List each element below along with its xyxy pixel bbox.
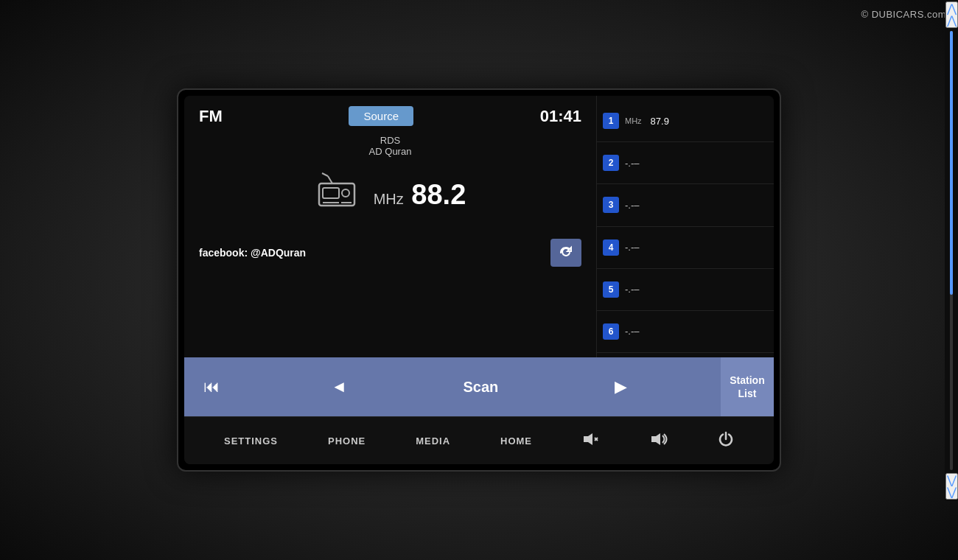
prev-button[interactable]: ◄ xyxy=(324,373,354,401)
power-icon xyxy=(718,431,734,447)
station-item-4[interactable]: 4 -.-– xyxy=(597,227,774,269)
station-freq-2: -.-– xyxy=(625,158,768,169)
rds-info: RDS AD Quran xyxy=(199,135,581,157)
watermark: © DUBICARS.com xyxy=(861,9,946,20)
station-freq-3: -.-– xyxy=(625,200,768,211)
station-num-2: 2 xyxy=(603,155,619,171)
power-button[interactable] xyxy=(709,425,743,457)
top-bar: FM Source 01:41 xyxy=(199,106,581,126)
controls-bar: ⏮ ◄ Scan ▶ ⏭ StationList xyxy=(184,357,774,416)
rds-station-name: AD Quran xyxy=(199,146,581,157)
refresh-button[interactable] xyxy=(550,239,581,267)
station-num-6: 6 xyxy=(603,323,619,340)
rds-label: RDS xyxy=(199,135,581,146)
settings-button[interactable]: SETTINGS xyxy=(215,430,287,452)
station-item-6[interactable]: 6 -.-– xyxy=(597,311,774,353)
station-num-1: 1 xyxy=(603,113,619,129)
station-num-5: 5 xyxy=(603,281,619,298)
screen-bezel: FM Source 01:41 RDS AD Quran xyxy=(177,88,781,472)
svg-marker-10 xyxy=(651,433,660,445)
phone-button[interactable]: PHONE xyxy=(319,430,374,452)
radio-icon xyxy=(315,170,359,220)
station-item-1[interactable]: 1 MHz 87.9 xyxy=(597,100,774,142)
volume-down-icon xyxy=(582,433,600,446)
station-num-4: 4 xyxy=(603,239,619,256)
time-display: 01:41 xyxy=(540,107,581,126)
station-item-5[interactable]: 5 -.-– xyxy=(597,269,774,311)
station-list: 1 MHz 87.9 2 -.-– 3 -.-– xyxy=(597,96,774,357)
station-item-2[interactable]: 2 -.-– xyxy=(597,142,774,184)
right-panel: 1 MHz 87.9 2 -.-– 3 -.-– xyxy=(597,96,774,357)
main-area: FM Source 01:41 RDS AD Quran xyxy=(184,96,774,357)
mhz-label: MHz xyxy=(374,191,404,207)
station-freq-6: -.-– xyxy=(625,326,768,337)
station-mhz-1: MHz xyxy=(625,116,642,125)
screen: FM Source 01:41 RDS AD Quran xyxy=(184,96,774,464)
volume-up-button[interactable] xyxy=(641,427,676,455)
skip-back-button[interactable]: ⏮ xyxy=(196,373,227,401)
social-section: facebook: @ADQuran xyxy=(199,239,581,267)
station-num-3: 3 xyxy=(603,197,619,213)
left-panel: FM Source 01:41 RDS AD Quran xyxy=(184,96,597,357)
station-list-button[interactable]: StationList xyxy=(721,357,774,416)
frequency-display: MHz 88.2 xyxy=(374,179,466,211)
hardware-bar: SETTINGS PHONE MEDIA HOME xyxy=(184,416,774,464)
car-surround: © DUBICARS.com FM Source 01:41 RDS AD Qu… xyxy=(0,0,958,560)
source-button[interactable]: Source xyxy=(349,106,413,126)
station-freq-1: 87.9 xyxy=(651,116,768,127)
station-freq-5: -.-– xyxy=(625,284,768,295)
home-button[interactable]: HOME xyxy=(492,430,541,452)
svg-point-2 xyxy=(342,189,349,197)
station-freq-4: -.-– xyxy=(625,242,768,253)
svg-marker-7 xyxy=(584,433,592,445)
radio-section: MHz 88.2 xyxy=(199,170,581,220)
svg-line-6 xyxy=(322,173,328,176)
svg-rect-1 xyxy=(323,188,339,198)
volume-up-icon xyxy=(650,433,668,446)
social-text: facebook: @ADQuran xyxy=(199,247,306,259)
scan-button[interactable]: Scan xyxy=(451,374,510,400)
volume-down-button[interactable] xyxy=(573,427,609,455)
refresh-icon xyxy=(559,245,573,260)
svg-line-5 xyxy=(328,176,332,183)
fm-label: FM xyxy=(199,107,223,126)
station-item-3[interactable]: 3 -.-– xyxy=(597,184,774,226)
play-button[interactable]: ▶ xyxy=(607,373,634,401)
frequency-value: 88.2 xyxy=(411,179,466,210)
media-button[interactable]: MEDIA xyxy=(407,430,459,452)
